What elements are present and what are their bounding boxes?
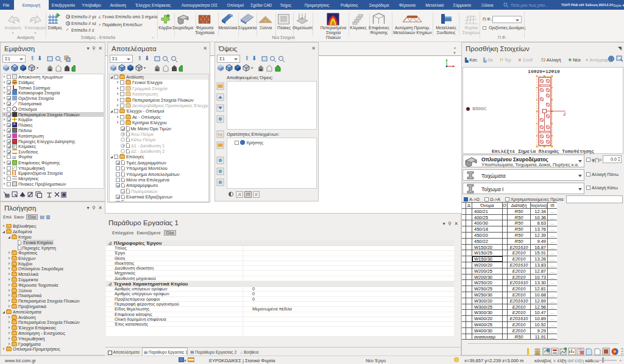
svg-text:2: 2 xyxy=(563,111,566,117)
